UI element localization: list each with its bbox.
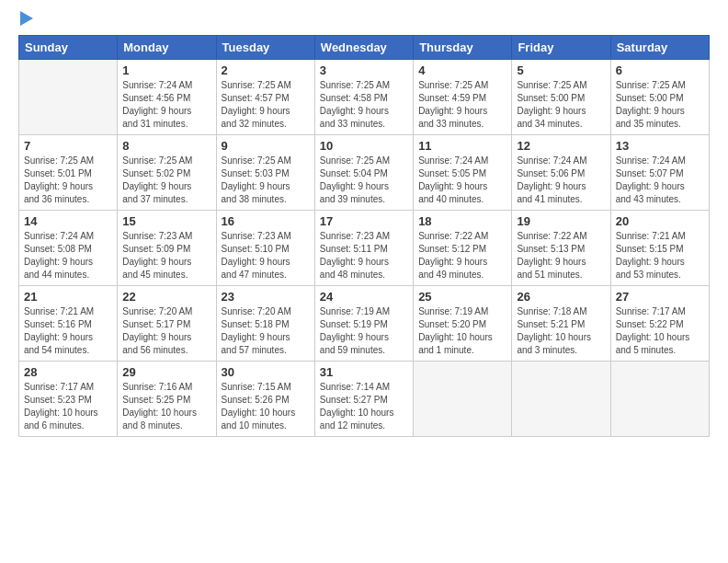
day-number: 17 [320,214,408,228]
calendar-cell: 1Sunrise: 7:24 AM Sunset: 4:56 PM Daylig… [118,60,216,135]
calendar-header-row: SundayMondayTuesdayWednesdayThursdayFrid… [19,36,710,60]
calendar-cell: 17Sunrise: 7:23 AM Sunset: 5:11 PM Dayli… [314,211,413,286]
calendar-header-thursday: Thursday [414,36,512,60]
day-number: 30 [222,365,310,379]
day-number: 22 [122,290,210,304]
day-number: 7 [24,139,112,153]
day-number: 29 [122,365,210,379]
calendar-week-2: 7Sunrise: 7:25 AM Sunset: 5:01 PM Daylig… [19,135,710,211]
day-info: Sunrise: 7:23 AM Sunset: 5:09 PM Dayligh… [122,230,210,282]
day-info: Sunrise: 7:14 AM Sunset: 5:27 PM Dayligh… [320,381,408,432]
page: SundayMondayTuesdayWednesdayThursdayFrid… [0,0,728,446]
day-number: 8 [122,139,210,153]
day-info: Sunrise: 7:20 AM Sunset: 5:17 PM Dayligh… [122,305,210,357]
day-info: Sunrise: 7:15 AM Sunset: 5:26 PM Dayligh… [222,381,310,432]
logo [18,15,33,26]
calendar-cell: 11Sunrise: 7:24 AM Sunset: 5:05 PM Dayli… [414,135,512,211]
day-info: Sunrise: 7:25 AM Sunset: 5:00 PM Dayligh… [517,79,605,131]
day-info: Sunrise: 7:23 AM Sunset: 5:10 PM Dayligh… [222,230,310,282]
calendar-cell: 27Sunrise: 7:17 AM Sunset: 5:22 PM Dayli… [610,286,709,362]
calendar-cell: 24Sunrise: 7:19 AM Sunset: 5:19 PM Dayli… [314,286,413,362]
day-info: Sunrise: 7:18 AM Sunset: 5:21 PM Dayligh… [517,305,605,357]
day-number: 19 [517,214,605,228]
calendar-cell: 8Sunrise: 7:25 AM Sunset: 5:02 PM Daylig… [118,135,216,211]
calendar-cell: 28Sunrise: 7:17 AM Sunset: 5:23 PM Dayli… [19,362,118,437]
calendar-cell: 3Sunrise: 7:25 AM Sunset: 4:58 PM Daylig… [314,60,413,135]
day-number: 18 [418,214,506,228]
day-number: 28 [24,365,112,379]
day-number: 2 [222,63,310,77]
calendar-header-saturday: Saturday [610,36,709,60]
calendar-cell: 25Sunrise: 7:19 AM Sunset: 5:20 PM Dayli… [414,286,512,362]
day-info: Sunrise: 7:25 AM Sunset: 4:59 PM Dayligh… [418,79,506,131]
day-number: 3 [320,63,408,77]
calendar-cell: 10Sunrise: 7:25 AM Sunset: 5:04 PM Dayli… [314,135,413,211]
day-info: Sunrise: 7:24 AM Sunset: 4:56 PM Dayligh… [122,79,210,131]
day-info: Sunrise: 7:24 AM Sunset: 5:08 PM Dayligh… [24,230,112,282]
day-info: Sunrise: 7:25 AM Sunset: 5:01 PM Dayligh… [24,155,112,206]
calendar-cell: 26Sunrise: 7:18 AM Sunset: 5:21 PM Dayli… [512,286,610,362]
calendar-cell [610,362,709,437]
day-info: Sunrise: 7:24 AM Sunset: 5:05 PM Dayligh… [418,155,506,206]
calendar-cell: 29Sunrise: 7:16 AM Sunset: 5:25 PM Dayli… [118,362,216,437]
calendar-cell: 20Sunrise: 7:21 AM Sunset: 5:15 PM Dayli… [610,211,709,286]
logo-arrow-icon [20,11,33,26]
header [18,15,710,26]
day-info: Sunrise: 7:25 AM Sunset: 5:03 PM Dayligh… [222,155,310,206]
calendar-table: SundayMondayTuesdayWednesdayThursdayFrid… [18,35,710,437]
day-info: Sunrise: 7:19 AM Sunset: 5:20 PM Dayligh… [418,305,506,357]
day-info: Sunrise: 7:20 AM Sunset: 5:18 PM Dayligh… [222,305,310,357]
day-info: Sunrise: 7:17 AM Sunset: 5:23 PM Dayligh… [24,381,112,432]
day-info: Sunrise: 7:22 AM Sunset: 5:12 PM Dayligh… [418,230,506,282]
day-number: 6 [616,63,704,77]
day-number: 12 [517,139,605,153]
day-number: 24 [320,290,408,304]
day-info: Sunrise: 7:25 AM Sunset: 5:00 PM Dayligh… [616,79,704,131]
calendar-header-friday: Friday [512,36,610,60]
day-number: 23 [222,290,310,304]
calendar-cell: 14Sunrise: 7:24 AM Sunset: 5:08 PM Dayli… [19,211,118,286]
calendar-cell: 12Sunrise: 7:24 AM Sunset: 5:06 PM Dayli… [512,135,610,211]
calendar-cell: 30Sunrise: 7:15 AM Sunset: 5:26 PM Dayli… [216,362,314,437]
calendar-header-wednesday: Wednesday [314,36,413,60]
calendar-header-sunday: Sunday [19,36,118,60]
calendar-header-tuesday: Tuesday [216,36,314,60]
day-info: Sunrise: 7:25 AM Sunset: 5:04 PM Dayligh… [320,155,408,206]
day-info: Sunrise: 7:25 AM Sunset: 5:02 PM Dayligh… [122,155,210,206]
day-info: Sunrise: 7:24 AM Sunset: 5:06 PM Dayligh… [517,155,605,206]
day-info: Sunrise: 7:19 AM Sunset: 5:19 PM Dayligh… [320,305,408,357]
day-info: Sunrise: 7:22 AM Sunset: 5:13 PM Dayligh… [517,230,605,282]
day-number: 27 [616,290,704,304]
calendar-cell: 4Sunrise: 7:25 AM Sunset: 4:59 PM Daylig… [414,60,512,135]
calendar-cell [512,362,610,437]
calendar-week-3: 14Sunrise: 7:24 AM Sunset: 5:08 PM Dayli… [19,211,710,286]
day-number: 1 [122,63,210,77]
day-number: 25 [418,290,506,304]
day-number: 26 [517,290,605,304]
day-info: Sunrise: 7:24 AM Sunset: 5:07 PM Dayligh… [616,155,704,206]
calendar-week-4: 21Sunrise: 7:21 AM Sunset: 5:16 PM Dayli… [19,286,710,362]
day-number: 15 [122,214,210,228]
day-number: 21 [24,290,112,304]
day-number: 14 [24,214,112,228]
day-info: Sunrise: 7:23 AM Sunset: 5:11 PM Dayligh… [320,230,408,282]
calendar-cell: 16Sunrise: 7:23 AM Sunset: 5:10 PM Dayli… [216,211,314,286]
day-info: Sunrise: 7:17 AM Sunset: 5:22 PM Dayligh… [616,305,704,357]
day-info: Sunrise: 7:16 AM Sunset: 5:25 PM Dayligh… [122,381,210,432]
day-number: 5 [517,63,605,77]
calendar-cell: 2Sunrise: 7:25 AM Sunset: 4:57 PM Daylig… [216,60,314,135]
calendar-cell: 13Sunrise: 7:24 AM Sunset: 5:07 PM Dayli… [610,135,709,211]
calendar-cell: 6Sunrise: 7:25 AM Sunset: 5:00 PM Daylig… [610,60,709,135]
day-number: 16 [222,214,310,228]
day-number: 20 [616,214,704,228]
calendar-cell: 5Sunrise: 7:25 AM Sunset: 5:00 PM Daylig… [512,60,610,135]
day-number: 9 [222,139,310,153]
calendar-cell: 18Sunrise: 7:22 AM Sunset: 5:12 PM Dayli… [414,211,512,286]
day-number: 31 [320,365,408,379]
day-number: 4 [418,63,506,77]
day-number: 11 [418,139,506,153]
calendar-cell: 21Sunrise: 7:21 AM Sunset: 5:16 PM Dayli… [19,286,118,362]
calendar-cell: 19Sunrise: 7:22 AM Sunset: 5:13 PM Dayli… [512,211,610,286]
calendar-week-1: 1Sunrise: 7:24 AM Sunset: 4:56 PM Daylig… [19,60,710,135]
calendar-cell: 7Sunrise: 7:25 AM Sunset: 5:01 PM Daylig… [19,135,118,211]
